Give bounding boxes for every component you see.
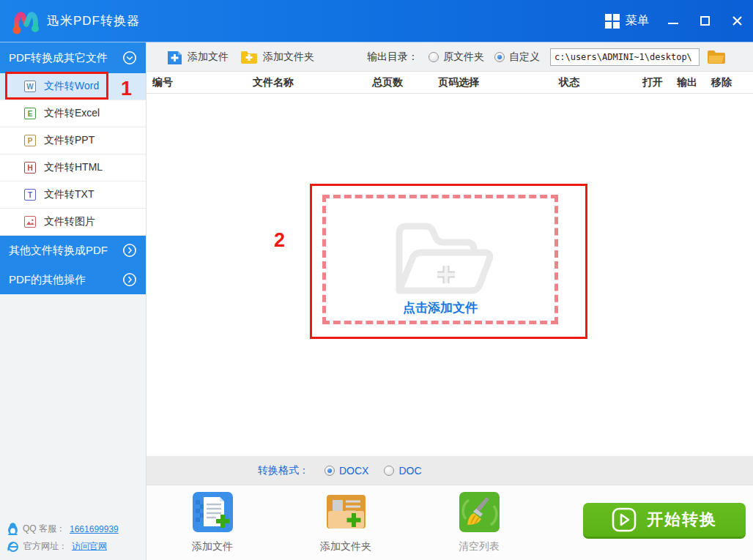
- sidebar-item-pdf-to-image[interactable]: 文件转图片: [0, 209, 146, 236]
- qq-label: QQ 客服：: [23, 523, 65, 535]
- col-output: 输出: [677, 76, 697, 89]
- clear-list-button[interactable]: 清空列表: [439, 491, 519, 553]
- chevron-right-circle-icon: [122, 243, 137, 258]
- word-doc-icon: W: [24, 81, 36, 92]
- sidebar-item-pdf-to-ppt[interactable]: P 文件转PPT: [0, 127, 146, 154]
- add-folder-button[interactable]: 添加文件夹: [240, 50, 314, 64]
- close-button[interactable]: [732, 14, 743, 29]
- txt-doc-icon: T: [24, 189, 36, 201]
- radio-original-label: 原文件夹: [443, 51, 484, 64]
- output-path-input[interactable]: [550, 48, 700, 66]
- clear-list-label: 清空列表: [439, 540, 519, 553]
- section-label: PDF转换成其它文件: [9, 51, 108, 65]
- col-total-pages: 总页数: [372, 76, 403, 89]
- title-bar: 迅米PDF转换器 菜单: [0, 0, 753, 42]
- radio-docx-label: DOCX: [339, 465, 368, 477]
- radio-custom-label: 自定义: [509, 51, 540, 64]
- add-folder-big-icon: [325, 491, 367, 533]
- official-site-link[interactable]: 访问官网: [72, 540, 107, 553]
- qq-number-link[interactable]: 1661699939: [70, 524, 119, 534]
- click-add-files-dropzone[interactable]: 点击添加文件: [322, 195, 558, 324]
- radio-custom-folder[interactable]: 自定义: [494, 51, 540, 64]
- minimize-icon: [668, 23, 678, 24]
- add-file-label: 添加文件: [188, 51, 229, 64]
- dropzone-label: 点击添加文件: [403, 299, 478, 316]
- sidebar-item-label: 文件转Excel: [44, 107, 100, 120]
- menu-label: 菜单: [626, 13, 649, 29]
- html-doc-icon: H: [24, 162, 36, 173]
- close-icon: [732, 15, 743, 26]
- col-open: 打开: [642, 76, 663, 89]
- sidebar-item-pdf-to-excel[interactable]: E 文件转Excel: [0, 100, 146, 127]
- start-convert-label: 开始转换: [647, 509, 717, 531]
- maximize-button[interactable]: [700, 15, 710, 28]
- start-convert-button[interactable]: 开始转换: [583, 503, 746, 539]
- sidebar: PDF转换成其它文件 W 文件转Word E 文件转Excel P 文件转PPT…: [0, 42, 146, 560]
- add-file-big-button[interactable]: 添加文件: [172, 491, 253, 553]
- add-folder-big-button[interactable]: 添加文件夹: [305, 491, 386, 553]
- sidebar-section-pdf-to-other[interactable]: PDF转换成其它文件: [0, 42, 146, 73]
- minimize-button[interactable]: [668, 15, 678, 28]
- contact-info: QQ 客服： 1661699939 官方网址： 访问官网: [7, 518, 119, 553]
- clear-list-icon: [459, 491, 500, 533]
- sidebar-item-label: 文件转图片: [44, 215, 95, 228]
- menu-button[interactable]: 菜单: [605, 13, 649, 29]
- add-file-icon: [167, 49, 182, 65]
- col-status: 状态: [559, 76, 579, 89]
- chevron-right-circle-icon: [122, 272, 137, 287]
- ie-browser-icon: [7, 541, 19, 553]
- sidebar-section-pdf-other-ops[interactable]: PDF的其他操作: [0, 265, 146, 294]
- radio-custom-icon: [494, 52, 505, 62]
- sidebar-item-label: 文件转TXT: [44, 188, 94, 201]
- col-page-select: 页码选择: [438, 76, 479, 89]
- add-file-big-icon: [192, 491, 234, 533]
- play-icon: [612, 507, 637, 532]
- sidebar-item-label: 文件转Word: [44, 80, 99, 93]
- col-number: 编号: [152, 76, 173, 89]
- format-label: 转换格式：: [258, 464, 309, 477]
- chevron-down-circle-icon: [122, 51, 137, 65]
- maximize-icon: [700, 16, 710, 26]
- sidebar-item-pdf-to-txt[interactable]: T 文件转TXT: [0, 182, 146, 209]
- site-label: 官方网址：: [23, 540, 67, 553]
- add-file-big-label: 添加文件: [172, 540, 253, 553]
- toolbar: 添加文件 添加文件夹 输出目录： 原文件夹 自定义: [146, 42, 753, 72]
- section-label: 其他文件转换成PDF: [9, 244, 108, 258]
- ppt-doc-icon: P: [24, 135, 36, 146]
- add-folder-label: 添加文件夹: [263, 51, 314, 64]
- radio-doc-label: DOC: [398, 465, 421, 477]
- section-label: PDF的其他操作: [9, 273, 86, 287]
- add-folder-icon: [240, 50, 258, 64]
- sidebar-section-other-to-pdf[interactable]: 其他文件转换成PDF: [0, 236, 146, 265]
- output-dir-label: 输出目录：: [367, 51, 418, 64]
- menu-grid-icon: [605, 14, 620, 29]
- format-bar: 转换格式： DOCX DOC: [146, 455, 753, 485]
- open-folder-icon: [385, 217, 496, 299]
- image-icon: [24, 216, 36, 228]
- sidebar-item-pdf-to-html[interactable]: H 文件转HTML: [0, 154, 146, 182]
- qq-icon: [7, 523, 18, 535]
- app-title: 迅米PDF转换器: [47, 12, 140, 29]
- browse-folder-icon[interactable]: [707, 49, 726, 64]
- radio-original-icon: [429, 52, 439, 62]
- sidebar-item-pdf-to-word[interactable]: W 文件转Word: [0, 73, 146, 100]
- add-folder-big-label: 添加文件夹: [305, 540, 386, 553]
- sidebar-item-label: 文件转HTML: [44, 161, 103, 174]
- add-file-button[interactable]: 添加文件: [167, 49, 229, 65]
- bottom-bar: 添加文件 添加文件夹: [146, 485, 753, 560]
- radio-doc[interactable]: DOC: [384, 465, 421, 477]
- excel-doc-icon: E: [24, 108, 36, 119]
- app-logo: [10, 6, 41, 37]
- radio-original-folder[interactable]: 原文件夹: [429, 51, 484, 64]
- col-filename: 文件名称: [253, 76, 294, 89]
- sidebar-item-label: 文件转PPT: [44, 134, 94, 147]
- radio-doc-icon: [384, 466, 394, 476]
- radio-docx[interactable]: DOCX: [324, 465, 368, 477]
- radio-docx-icon: [324, 466, 335, 476]
- col-remove: 移除: [711, 76, 732, 89]
- file-table-header: 编号 文件名称 总页数 页码选择 状态 打开 输出 移除: [146, 72, 753, 94]
